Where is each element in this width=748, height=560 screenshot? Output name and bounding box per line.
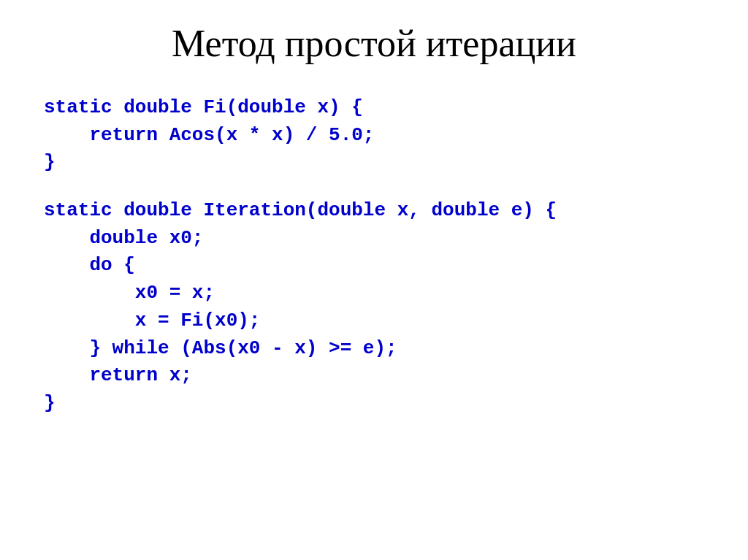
code-block: static double Fi(double x) { return Acos…	[29, 94, 719, 418]
page-title: Метод простой итерации	[29, 22, 719, 65]
spacer-1	[44, 177, 719, 197]
code-line-5: double x0;	[44, 225, 719, 253]
code-line-4: static double Iteration(double x, double…	[44, 197, 719, 225]
code-line-9: } while (Abs(x0 - x) >= e);	[44, 335, 719, 363]
code-line-3: }	[44, 149, 719, 177]
code-line-6: do {	[44, 252, 719, 280]
code-line-8: x = Fi(x0);	[44, 307, 719, 335]
code-line-1: static double Fi(double x) {	[44, 94, 719, 122]
code-line-11: }	[44, 390, 719, 418]
code-line-10: return x;	[44, 362, 719, 390]
page-container: Метод простой итерации static double Fi(…	[0, 0, 748, 560]
code-line-7: x0 = x;	[44, 280, 719, 307]
code-line-2: return Acos(x * x) / 5.0;	[44, 122, 719, 150]
